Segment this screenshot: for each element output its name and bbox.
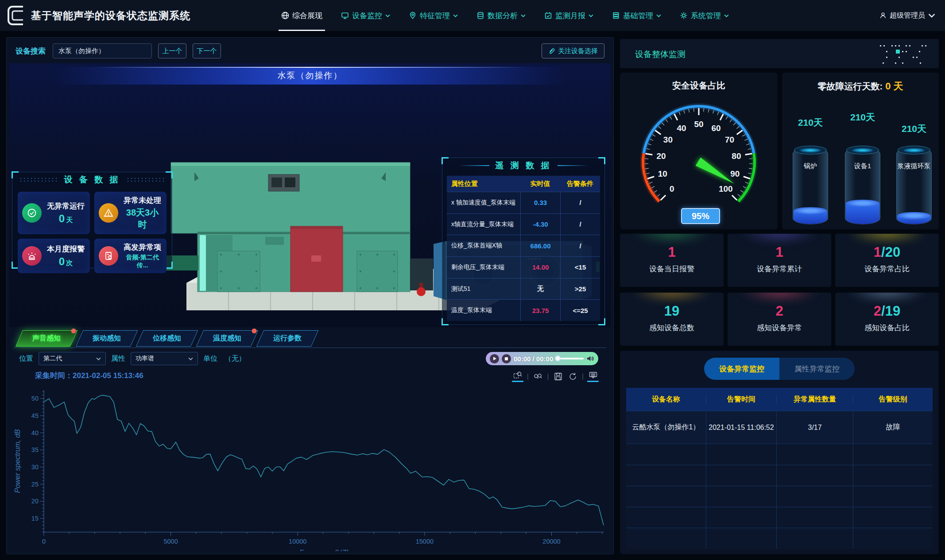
device-search-input[interactable] bbox=[53, 43, 152, 58]
stop-button[interactable] bbox=[502, 354, 511, 363]
nav-label: 综合展现 bbox=[292, 11, 322, 21]
nav-item-data-analysis[interactable]: 数据分析 bbox=[476, 0, 526, 31]
svg-text:20: 20 bbox=[656, 151, 666, 161]
svg-text:35: 35 bbox=[31, 446, 39, 453]
safe-device-ratio-card: 安全设备占比 0102030405060708090100 95% bbox=[620, 73, 778, 229]
nav-item-overview[interactable]: 综合展现 bbox=[281, 0, 322, 31]
glow-decoration bbox=[848, 293, 926, 302]
globe-icon bbox=[281, 12, 289, 19]
tab-running-params[interactable]: 运行参数 bbox=[256, 330, 318, 347]
stat-sensor-ratio: 2/19 感知设备占比 bbox=[835, 293, 939, 346]
chevron-down-icon bbox=[656, 14, 661, 17]
prev-device-button[interactable]: 上一个 bbox=[158, 43, 186, 58]
column-header: 属性位置 bbox=[447, 180, 520, 188]
nav-label: 设备监控 bbox=[352, 11, 382, 21]
nav-label: 特征管理 bbox=[420, 11, 450, 21]
gears-icon bbox=[680, 12, 688, 19]
position-label: 位置 bbox=[19, 354, 33, 363]
gauge-title: 安全设备占比 bbox=[620, 80, 778, 92]
save-image-icon[interactable] bbox=[553, 372, 563, 381]
nav-label: 数据分析 bbox=[488, 11, 518, 21]
device-detail-panel: 设备搜索 上一个 下一个 关注设备选择 水泵（勿操作） bbox=[6, 37, 614, 554]
nav-item-device-monitor[interactable]: 设备监控 bbox=[341, 0, 390, 31]
svg-text:60: 60 bbox=[711, 124, 720, 133]
user-icon bbox=[879, 12, 887, 19]
stat-unit: 次 bbox=[66, 259, 73, 266]
tab-attribute-anomaly-monitor[interactable]: 属性异常监控 bbox=[779, 358, 855, 380]
player-time: 00:00 / 00:00 bbox=[514, 355, 553, 363]
device-data-title-bar: 设 备 数 据 bbox=[12, 172, 172, 187]
tab-temperature-sensing[interactable]: 温度感知 bbox=[196, 330, 258, 347]
3d-viewer[interactable]: 水泵（勿操作） bbox=[9, 63, 611, 327]
player-progress-slider[interactable] bbox=[556, 358, 584, 359]
capture-time-value: 2021-02-05 15:13:46 bbox=[73, 371, 143, 380]
table-row[interactable]: 云酷水泵（勿操作1） 2021-01-15 11:06:52 3/17 故障 bbox=[626, 411, 933, 444]
doc-alert-icon bbox=[99, 246, 118, 266]
position-select[interactable]: 第二代 bbox=[39, 352, 106, 365]
nav-item-feature-mgmt[interactable]: 特征管理 bbox=[409, 0, 458, 31]
cylinder-label: 设备1 bbox=[842, 162, 883, 170]
zoom-reset-icon[interactable] bbox=[533, 372, 543, 381]
calendar-check-icon bbox=[544, 12, 552, 19]
telemetry-title: 遥 测 数 据 bbox=[496, 160, 552, 171]
focus-device-select-button[interactable]: 关注设备选择 bbox=[542, 43, 604, 58]
column-header: 设备名称 bbox=[626, 395, 706, 404]
nav-item-monthly-report[interactable]: 监测月报 bbox=[544, 0, 593, 31]
stat-label: 设备当日报警 bbox=[620, 264, 724, 274]
telemetry-panel: 遥 测 数 据 属性位置 实时值 告警条件 x 轴加速度值_泵体末端 0.33 … bbox=[442, 158, 605, 325]
user-menu[interactable]: 超级管理员 bbox=[879, 0, 935, 31]
stat-value: 0 bbox=[59, 255, 65, 267]
nav-item-basic-mgmt[interactable]: 基础管理 bbox=[612, 0, 661, 31]
stat-sensor-anomaly: 2 感知设备异常 bbox=[728, 293, 831, 346]
device-data-panel: 设 备 数 据 无异常运行 0天 bbox=[12, 172, 172, 268]
active-underline bbox=[587, 381, 599, 382]
dot-decoration bbox=[126, 177, 165, 182]
line-decoration bbox=[458, 165, 489, 166]
tab-sound-sensing[interactable]: 声音感知 bbox=[15, 330, 77, 347]
stat-value: 音频-第二代传... bbox=[123, 254, 162, 270]
device-search-label: 设备搜索 bbox=[15, 46, 46, 56]
svg-text:0: 0 bbox=[42, 538, 46, 545]
svg-text:0: 0 bbox=[670, 184, 674, 193]
stat-device-anomaly-ratio: 1/20 设备异常占比 bbox=[835, 234, 939, 287]
svg-text:20: 20 bbox=[31, 498, 39, 505]
stat-label: 设备异常累计 bbox=[728, 264, 831, 274]
tab-displacement-sensing[interactable]: 位移感知 bbox=[136, 330, 198, 347]
nav-item-system-mgmt[interactable]: 系统管理 bbox=[680, 0, 729, 31]
chevron-down-icon bbox=[385, 14, 390, 17]
slider-knob[interactable] bbox=[555, 355, 561, 361]
zoom-select-icon[interactable] bbox=[512, 371, 523, 382]
cylinder-device1: 210天 设备1 bbox=[845, 147, 880, 224]
tab-vibration-sensing[interactable]: 振动感知 bbox=[76, 330, 138, 347]
corner-decoration bbox=[166, 262, 173, 269]
app-title: 基于智能声学的设备状态监测系统 bbox=[31, 9, 190, 23]
table-row-empty bbox=[626, 528, 933, 549]
cylinder-days: 210天 bbox=[784, 116, 837, 129]
chevron-down-icon bbox=[589, 14, 593, 17]
overall-monitor-title: 设备整体监测 bbox=[635, 49, 686, 60]
next-device-button[interactable]: 下一个 bbox=[193, 43, 221, 58]
user-name: 超级管理员 bbox=[890, 11, 925, 20]
glow-decoration bbox=[632, 293, 711, 302]
stat-label: 设备异常占比 bbox=[835, 264, 939, 274]
svg-text:40: 40 bbox=[677, 124, 686, 133]
stat-card-no-anomaly: 无异常运行 0天 bbox=[18, 192, 90, 234]
volume-icon[interactable] bbox=[586, 355, 594, 362]
stat-card-month-alarms: 本月度报警 0次 bbox=[18, 239, 90, 273]
table-row-empty bbox=[626, 486, 933, 507]
restore-icon[interactable] bbox=[567, 372, 578, 381]
play-button[interactable] bbox=[490, 354, 499, 363]
stat-label: 感知设备异常 bbox=[728, 323, 831, 333]
tab-device-anomaly-monitor[interactable]: 设备异常监控 bbox=[704, 358, 779, 380]
chevron-down-icon bbox=[96, 357, 101, 360]
cylinder-fill bbox=[846, 203, 879, 224]
data-view-icon[interactable] bbox=[588, 371, 598, 382]
nav-label: 系统管理 bbox=[691, 11, 721, 21]
capture-time-label: 采集时间： bbox=[35, 371, 73, 380]
stat-value: 1 bbox=[775, 244, 783, 260]
alarm-table-header: 设备名称 告警时间 异常属性数量 告警级别 bbox=[626, 388, 933, 411]
column-header: 告警条件 bbox=[560, 180, 600, 188]
warning-triangle-icon bbox=[99, 203, 118, 223]
spectrum-chart[interactable]: 152025303540455005000100001500020000Freq… bbox=[13, 386, 608, 553]
attribute-select[interactable]: 功率谱 bbox=[131, 352, 198, 365]
